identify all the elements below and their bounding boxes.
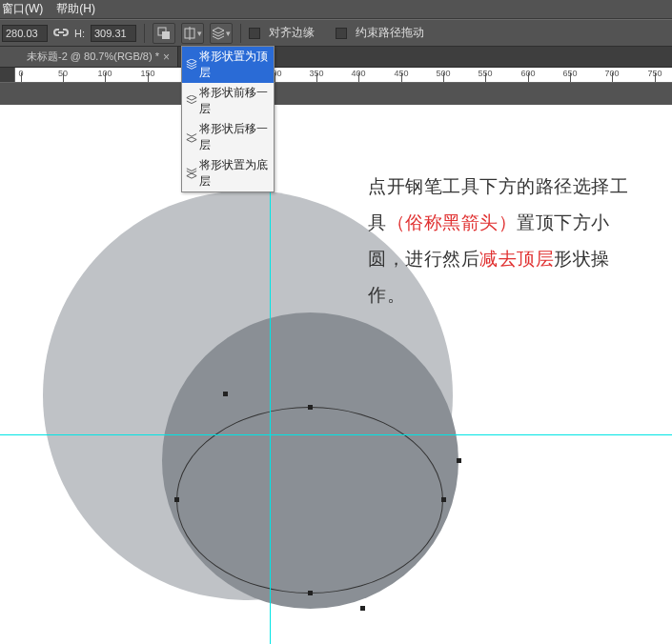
path-operations-button[interactable] <box>153 23 175 44</box>
ruler-tick-label: 150 <box>140 69 154 78</box>
canvas[interactable]: 点开钢笔工具下方的路径选择工具（俗称黑箭头）置顶下方小圆，进行然后减去顶层形状操… <box>0 105 672 644</box>
anchor-point[interactable] <box>360 606 365 611</box>
ruler-tick-label: 700 <box>604 69 619 78</box>
anchor-point[interactable] <box>223 392 228 396</box>
ruler-tick-label: 550 <box>478 69 492 78</box>
ruler-tick-label: 350 <box>309 69 323 78</box>
constrain-path-label: 约束路径拖动 <box>356 25 424 41</box>
anno-part-red: （俗称黑箭头） <box>387 212 518 232</box>
path-alignment-button[interactable]: ▾ <box>181 23 204 44</box>
document-tab-bar: 未标题-2 @ 80.7%(RGB/8) * × <box>0 47 672 68</box>
annotation-text: 点开钢笔工具下方的路径选择工具（俗称黑箭头）置顶下方小圆，进行然后减去顶层形状操… <box>368 169 644 313</box>
arrange-dropdown: 将形状置为顶层将形状前移一层将形状后移一层将形状置为底层 <box>181 46 275 192</box>
separator <box>240 24 241 43</box>
arrange-option[interactable]: 将形状置为顶层 <box>182 47 274 83</box>
anchor-point[interactable] <box>308 405 313 410</box>
svg-rect-1 <box>162 31 170 39</box>
canvas-viewport[interactable]: 点开钢笔工具下方的路径选择工具（俗称黑箭头）置顶下方小圆，进行然后减去顶层形状操… <box>0 83 672 644</box>
arrange-option-label: 将形状置为顶层 <box>199 49 270 81</box>
ruler-tick-label: 600 <box>520 69 535 78</box>
x-input[interactable] <box>2 25 48 42</box>
h-label: H: <box>74 28 85 39</box>
horizontal-guide[interactable] <box>0 434 672 435</box>
ruler-tick-label: 750 <box>647 69 662 78</box>
constrain-path-checkbox[interactable] <box>336 28 347 39</box>
path-arrangement-button[interactable]: ▾ <box>210 23 233 44</box>
anchor-point[interactable] <box>457 458 461 463</box>
ruler-tick-label: 450 <box>394 69 408 78</box>
ruler-tick-label: 650 <box>562 69 577 78</box>
anchor-point[interactable] <box>174 497 179 502</box>
chevron-down-icon: ▾ <box>197 29 202 38</box>
horizontal-ruler: 0501001502002503003504004505005506006507… <box>0 68 672 83</box>
arrange-option-label: 将形状置为底层 <box>199 157 270 190</box>
options-bar: H: ▾ ▾ 对齐边缘 约束路径拖动 <box>0 19 672 47</box>
ruler-tick-label: 400 <box>351 69 365 78</box>
tab-spacer <box>0 47 19 67</box>
arrange-option[interactable]: 将形状置为底层 <box>182 155 274 191</box>
ruler-origin <box>0 68 15 83</box>
menu-help[interactable]: 帮助(H) <box>56 1 95 17</box>
layer-order-icon <box>186 131 197 143</box>
h-input[interactable] <box>91 25 136 42</box>
ruler-tick-label: 0 <box>18 69 23 78</box>
anno-part-red: 减去顶层 <box>479 249 554 269</box>
anchor-point[interactable] <box>308 591 313 595</box>
layer-order-icon <box>186 59 197 70</box>
ruler-tick-label: 50 <box>58 69 68 78</box>
arrange-option[interactable]: 将形状前移一层 <box>182 83 274 119</box>
ruler-tick-label: 500 <box>436 69 450 78</box>
document-tab[interactable]: 未标题-2 @ 80.7%(RGB/8) * × <box>19 47 178 67</box>
ruler-tick-label: 100 <box>97 69 112 78</box>
arrange-option[interactable]: 将形状后移一层 <box>182 119 274 155</box>
anchor-point[interactable] <box>441 497 446 502</box>
close-icon[interactable]: × <box>163 50 170 64</box>
menu-bar: 窗口(W) 帮助(H) <box>0 0 672 19</box>
chevron-down-icon: ▾ <box>226 29 231 38</box>
arrange-option-label: 将形状前移一层 <box>199 85 270 117</box>
layer-order-icon <box>186 168 197 179</box>
menu-window[interactable]: 窗口(W) <box>2 1 43 17</box>
align-edges-label: 对齐边缘 <box>269 25 315 41</box>
align-edges-checkbox[interactable] <box>249 28 260 39</box>
link-wh-icon[interactable] <box>53 27 69 40</box>
layer-order-icon <box>186 95 197 107</box>
arrange-option-label: 将形状后移一层 <box>199 121 270 153</box>
document-tab-title: 未标题-2 @ 80.7%(RGB/8) * <box>27 50 159 64</box>
separator <box>144 24 145 43</box>
